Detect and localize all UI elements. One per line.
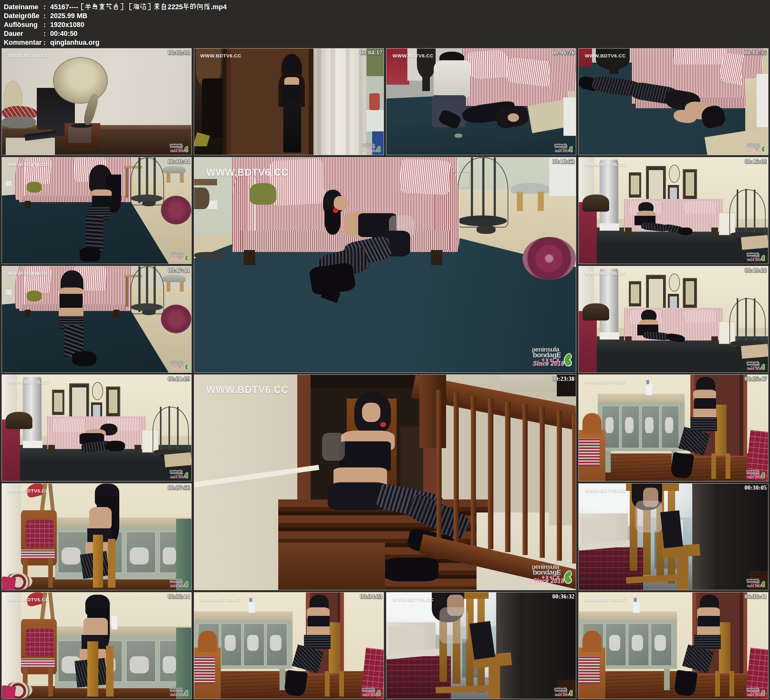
svg-text:bondagE: bondagE bbox=[747, 580, 760, 583]
svg-text:Since 2018: Since 2018 bbox=[170, 584, 185, 588]
svg-text:bondagE: bondagE bbox=[170, 471, 183, 475]
svg-text:Since 2018: Since 2018 bbox=[747, 475, 762, 479]
svg-text:bondagE: bondagE bbox=[170, 363, 183, 366]
svg-text:Since 2018: Since 2018 bbox=[747, 367, 762, 370]
svg-text:bondagE: bondagE bbox=[362, 689, 375, 692]
svg-text:bondagE: bondagE bbox=[747, 145, 760, 149]
svg-text:bondagE: bondagE bbox=[170, 580, 183, 583]
svg-text:Since 2018: Since 2018 bbox=[533, 360, 565, 367]
svg-text:bondagE: bondagE bbox=[747, 254, 760, 258]
svg-text:Since 2018: Since 2018 bbox=[747, 258, 762, 261]
svg-text:bondagE: bondagE bbox=[533, 351, 561, 359]
svg-text:Since 2018: Since 2018 bbox=[170, 693, 185, 697]
svg-text:bondagE: bondagE bbox=[170, 254, 183, 258]
svg-text:bondagE: bondagE bbox=[747, 471, 760, 475]
svg-text:bondagE: bondagE bbox=[533, 568, 561, 576]
svg-text:Since 2018: Since 2018 bbox=[747, 693, 762, 697]
svg-text:Since 2018: Since 2018 bbox=[362, 693, 377, 697]
svg-text:Since 2018: Since 2018 bbox=[533, 577, 565, 585]
svg-text:bondagE: bondagE bbox=[170, 689, 183, 692]
svg-text:bondagE: bondagE bbox=[362, 145, 375, 149]
svg-text:Since 2018: Since 2018 bbox=[555, 149, 569, 152]
svg-text:Since 2018: Since 2018 bbox=[170, 475, 185, 479]
svg-text:bondagE: bondagE bbox=[170, 145, 183, 149]
svg-text:bondagE: bondagE bbox=[747, 363, 760, 366]
svg-text:Since 2018: Since 2018 bbox=[747, 149, 762, 152]
svg-text:Since 2018: Since 2018 bbox=[170, 258, 185, 261]
svg-text:Since 2018: Since 2018 bbox=[747, 584, 762, 588]
svg-text:Since 2018: Since 2018 bbox=[362, 149, 377, 152]
svg-text:bondagE: bondagE bbox=[555, 689, 568, 692]
svg-text:bondagE: bondagE bbox=[555, 145, 568, 149]
svg-text:bondagE: bondagE bbox=[747, 689, 760, 692]
svg-text:Since 2018: Since 2018 bbox=[170, 149, 185, 152]
svg-text:Since 2018: Since 2018 bbox=[555, 693, 569, 697]
svg-text:Since 2018: Since 2018 bbox=[170, 367, 185, 370]
